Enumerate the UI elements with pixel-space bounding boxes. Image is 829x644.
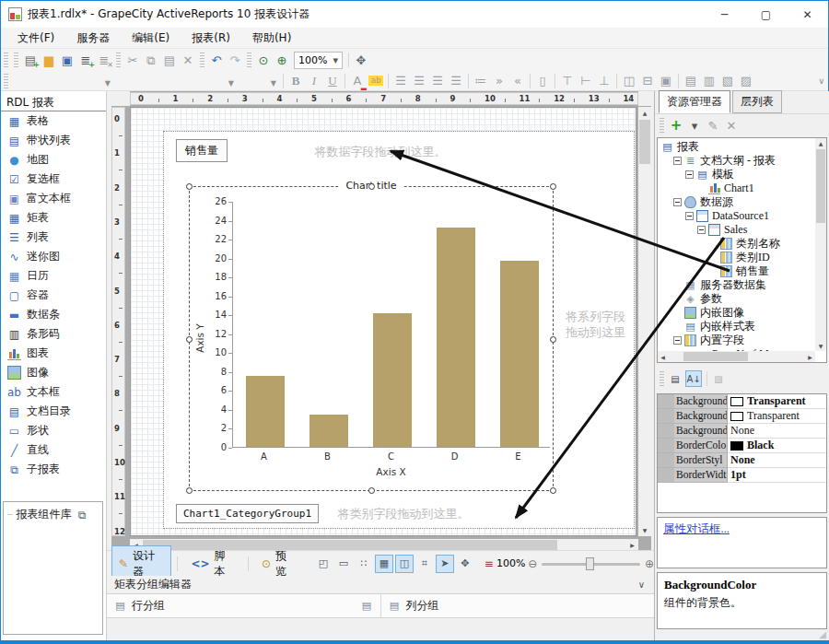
zoom-select[interactable]: 100%▾	[294, 52, 343, 69]
font-family-select[interactable]: ▼	[11, 73, 114, 89]
zoom-slider-thumb[interactable]	[586, 557, 594, 570]
tab-resource-explorer[interactable]: 资源管理器	[659, 90, 730, 113]
undo-button[interactable]: ↶	[207, 51, 226, 69]
open-folder-button[interactable]: ▆	[40, 51, 58, 69]
tree-item-data-source[interactable]: DataSource1	[658, 209, 826, 223]
collapse-toggle-icon[interactable]	[673, 157, 682, 165]
margins-toggle-button[interactable]: ▭	[334, 555, 353, 573]
underline-button[interactable]: U	[323, 72, 342, 90]
collapse-toggle-icon[interactable]	[673, 336, 682, 345]
tree-horizontal-scrollbar[interactable]: ◀ ▶	[658, 351, 815, 362]
new-report-button[interactable]: ▤+	[21, 51, 40, 69]
property-value[interactable]: 1pt	[728, 468, 826, 483]
toolbox-item-matrix[interactable]: ▦矩表	[1, 208, 106, 228]
selection-handle[interactable]	[186, 487, 193, 494]
tree-item-builtin-fields[interactable]: 内置字段	[658, 334, 826, 347]
tree-item-stylesheet[interactable]: ▤内嵌样式表	[658, 320, 826, 334]
zoom-in-button[interactable]: ⊕	[273, 51, 291, 69]
chart-plot-area[interactable]: Chart title Axis Y Axis X 02468101214161…	[189, 186, 554, 491]
toolbox-item-map[interactable]: ●地图	[1, 150, 106, 170]
scroll-right-icon[interactable]: ▶	[805, 351, 815, 362]
highlight-button[interactable]: ab	[367, 72, 385, 90]
same-height-button[interactable]: ⊟	[638, 72, 657, 90]
scroll-up-icon[interactable]: ▲	[815, 138, 826, 148]
selection-handle[interactable]	[368, 183, 375, 190]
font-color-button[interactable]: A▂	[348, 72, 367, 90]
italic-button[interactable]: I	[305, 72, 323, 90]
delete-button[interactable]: ✕	[722, 116, 741, 135]
canvas-vertical-scrollbar[interactable]: ▲ ▼	[638, 107, 651, 536]
toolbox-item-checkbox[interactable]: ☑复选框	[1, 170, 106, 189]
tree-item-chart-node[interactable]: Chart1	[658, 181, 826, 195]
toolbox-item-sparkline[interactable]: ∿迷你图	[1, 247, 106, 266]
rename-button[interactable]: ✎	[704, 116, 722, 135]
ungroup-button[interactable]: ▨	[737, 72, 755, 90]
selection-handle[interactable]	[186, 183, 193, 190]
align-right-button[interactable]: ☰	[428, 72, 447, 90]
hand-tool-button[interactable]: ✥	[456, 555, 474, 573]
align-bottom-button[interactable]: ⊥	[595, 72, 613, 90]
bullet-list-button[interactable]: ≔	[472, 72, 490, 90]
property-dialog-link[interactable]: 属性对话框...	[663, 522, 730, 535]
property-value[interactable]: Black	[728, 439, 826, 453]
collapse-toggle-icon[interactable]	[697, 226, 706, 234]
property-pages-button[interactable]: ▨	[710, 370, 727, 387]
toolbox-item-toc[interactable]: ▤文档目录	[1, 402, 106, 421]
report-library-item[interactable]: ┄ 报表组件库 ⧉	[4, 502, 102, 522]
cut-button[interactable]: ✂	[123, 51, 142, 69]
property-row[interactable]: BackgroundTransparent	[658, 409, 826, 424]
tree-item-field[interactable]: 销售量	[658, 264, 826, 278]
tree-item-embedded-image[interactable]: 内嵌图像	[658, 306, 826, 320]
pointer-tool-button[interactable]: ➤	[436, 555, 454, 573]
same-size-button[interactable]: ▣	[657, 72, 675, 90]
outdent-button[interactable]: «	[508, 72, 527, 90]
toolbox-item-subreport[interactable]: ⧉子报表	[1, 460, 106, 479]
categorized-button[interactable]: ▤	[667, 370, 683, 387]
copy-button[interactable]: ⧉	[142, 51, 160, 69]
tree-item-data-sources[interactable]: 数据源	[658, 195, 826, 209]
save-button[interactable]: ▣	[58, 51, 76, 69]
align-justify-button[interactable]: ☰	[447, 72, 465, 90]
snap-lines-button[interactable]: ◫	[395, 555, 414, 573]
toolbox-item-line[interactable]: ╱直线	[1, 440, 106, 460]
menu-item-report[interactable]: 报表(R)	[181, 28, 241, 49]
property-value[interactable]: None	[728, 453, 826, 468]
selection-handle[interactable]	[550, 336, 556, 343]
toolbox-item-barcode[interactable]: ▥条形码	[1, 324, 106, 344]
selection-handle[interactable]	[550, 183, 556, 190]
tab-layer-list[interactable]: 层列表	[732, 90, 782, 113]
property-value[interactable]: None	[728, 424, 826, 439]
snap-grid-button[interactable]: ⌗	[415, 555, 434, 573]
toolbox-item-databar[interactable]: ▬数据条	[1, 305, 106, 324]
toolbox-item-calendar[interactable]: ▦日历	[1, 266, 106, 286]
zoom-out-icon[interactable]: ⊖	[528, 557, 537, 570]
property-row[interactable]: BackgroundTransparent	[658, 394, 826, 409]
selection-handle[interactable]	[550, 487, 556, 494]
collapse-toggle-icon[interactable]	[685, 212, 694, 220]
property-row[interactable]: BorderWidt1pt	[658, 468, 826, 483]
font-name-select[interactable]: ▼	[114, 73, 238, 89]
align-top-button[interactable]: ⊤	[558, 72, 577, 90]
toolbox-item-table[interactable]: ▦表格	[1, 111, 106, 131]
close-button[interactable]: ✕	[787, 1, 828, 28]
pan-button[interactable]: ✥	[352, 51, 370, 69]
tree-item-template[interactable]: ▤模板	[658, 168, 826, 181]
alphabetical-sort-button[interactable]: A↓	[685, 370, 702, 387]
resize-grip-icon[interactable]: ◢	[819, 629, 826, 639]
align-left-button[interactable]: ☰	[391, 72, 410, 90]
row-group-area[interactable]: ▤ 行分组 ▤	[107, 594, 381, 617]
font-size-select[interactable]: ▼	[238, 73, 280, 89]
delete-button[interactable]: ✕	[179, 51, 197, 69]
selection-handle[interactable]	[368, 487, 375, 494]
toolbox-item-richtext[interactable]: ▣富文本框	[1, 189, 106, 208]
toolbox-item-image[interactable]: 图像	[1, 363, 106, 382]
collapse-toggle-icon[interactable]	[673, 198, 682, 206]
scroll-down-icon[interactable]: ▼	[815, 341, 826, 351]
grid-lines-button[interactable]: ▦	[375, 555, 393, 573]
row-group-options-icon[interactable]: ▤	[361, 600, 373, 612]
property-row[interactable]: BorderStylNone	[658, 453, 826, 468]
paste-button[interactable]: ▤	[160, 51, 179, 69]
property-value[interactable]: Transparent	[728, 409, 826, 424]
scrollbar-thumb[interactable]	[816, 149, 825, 223]
toolbox-item-container[interactable]: ▢容器	[1, 286, 106, 305]
